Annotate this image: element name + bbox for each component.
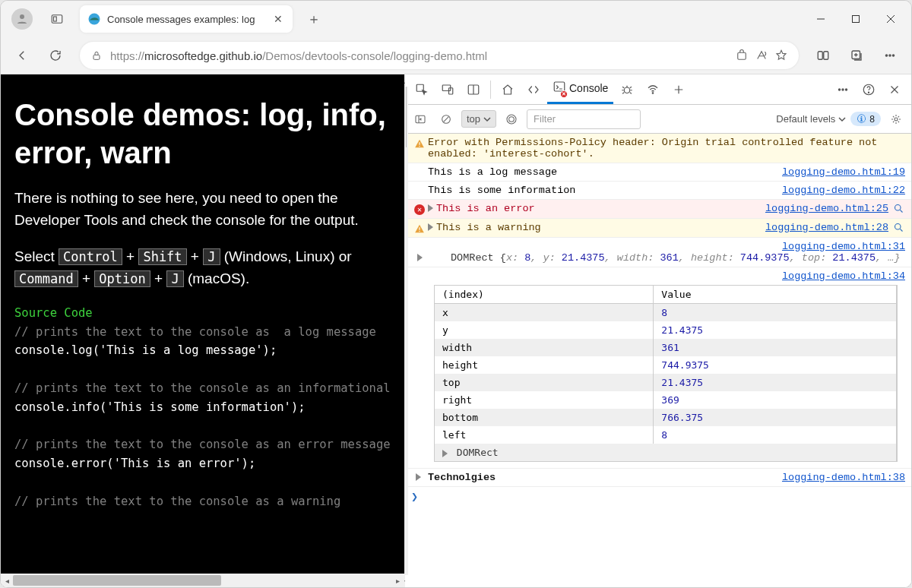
dock-side-icon[interactable] (461, 75, 486, 104)
console-msg-info: This is some information logging-demo.ht… (405, 182, 911, 200)
tab-elements[interactable] (521, 75, 546, 104)
titlebar: Console messages examples: log ✕ ＋ (1, 1, 911, 37)
svg-line-47 (900, 229, 902, 231)
svg-rect-40 (419, 142, 420, 145)
back-button[interactable] (7, 40, 37, 71)
window-close[interactable] (873, 1, 908, 37)
console-msg-table: logging-demo.html:34 (index)Value x8y21.… (405, 267, 911, 469)
split-screen-icon[interactable] (808, 40, 838, 71)
source-link[interactable]: logging-demo.html:31 (782, 241, 905, 252)
console-msg-group: Technolgies logging-demo.html:38 (405, 469, 911, 487)
page-v-scrollbar[interactable]: ▴▾ (404, 74, 408, 587)
log-levels-selector[interactable]: Default levels (776, 113, 846, 125)
expand-icon[interactable] (417, 254, 423, 261)
svg-point-27 (842, 88, 844, 90)
console-prompt[interactable]: ❯ (405, 487, 911, 507)
expand-icon[interactable] (428, 223, 433, 231)
kbd-command: Command (14, 270, 78, 287)
svg-line-43 (900, 210, 902, 212)
devtools-tabs: ✕ Console (405, 74, 911, 105)
svg-line-36 (444, 116, 449, 122)
live-expression-icon[interactable] (501, 109, 522, 130)
page-body: Console demos: log, info, error, warn Th… (1, 74, 404, 574)
expand-icon[interactable] (428, 204, 433, 212)
source-link[interactable]: logging-demo.html:25 (765, 203, 888, 214)
console-msg-log: This is a log message logging-demo.html:… (405, 163, 911, 182)
console-settings-icon[interactable] (885, 109, 907, 130)
lock-icon (90, 49, 103, 62)
profile-avatar[interactable] (11, 8, 33, 30)
svg-point-38 (507, 115, 516, 124)
devtools-more-icon[interactable] (831, 75, 855, 104)
address-bar[interactable]: https://microsoftedge.github.io/Demos/de… (80, 42, 799, 69)
page-heading: Console demos: log, info, error, warn (14, 96, 391, 172)
toggle-sidebar-icon[interactable] (410, 109, 431, 130)
expand-icon[interactable] (442, 450, 448, 457)
new-tab-button[interactable]: ＋ (302, 7, 326, 31)
table-row: right369 (435, 391, 897, 409)
tab-more-plus-icon[interactable] (667, 75, 691, 104)
tab-welcome[interactable] (496, 75, 520, 104)
table-row: top21.4375 (435, 374, 897, 391)
warning-icon (414, 223, 425, 234)
source-link[interactable]: logging-demo.html:19 (782, 166, 905, 178)
error-icon: ✕ (414, 204, 425, 215)
svg-point-13 (885, 55, 887, 56)
favorite-icon[interactable] (774, 49, 788, 62)
browser-toolbar: https://microsoftedge.github.io/Demos/de… (1, 37, 911, 74)
context-selector[interactable]: top (461, 110, 496, 128)
console-msg-warning: This is a warning logging-demo.html:28 (405, 219, 911, 238)
devtools-help-icon[interactable] (857, 75, 881, 104)
devtools-close-icon[interactable] (882, 75, 907, 104)
read-aloud-icon[interactable] (755, 49, 768, 62)
console-msg-domrect: logging-demo.html:31 DOMRect {x: 8, y: 2… (405, 238, 911, 267)
devtools-panel: ✕ Console top Filter Default levels (405, 74, 911, 587)
tab-sources-bug-icon[interactable] (615, 75, 639, 104)
source-link[interactable]: logging-demo.html:34 (782, 270, 905, 282)
tab-network-icon[interactable] (641, 75, 665, 104)
console-filter-input[interactable]: Filter (527, 109, 641, 129)
shopping-icon[interactable] (735, 49, 749, 62)
expand-icon[interactable] (416, 473, 421, 481)
kbd-shift: Shift (138, 248, 186, 265)
table-row: height744.9375 (435, 356, 897, 374)
device-toggle-icon[interactable] (435, 75, 460, 104)
svg-rect-2 (54, 17, 57, 21)
console-table: (index)Value x8y21.4375width361height744… (435, 286, 897, 461)
svg-point-42 (895, 205, 901, 211)
window-minimize[interactable] (803, 1, 838, 37)
source-code-block: Source Code // prints the text to the co… (14, 304, 391, 511)
search-icon[interactable] (893, 222, 905, 234)
table-row: width361 (435, 339, 897, 356)
source-link[interactable]: logging-demo.html:28 (765, 222, 888, 233)
collections-icon[interactable] (841, 40, 872, 71)
tab-actions-icon[interactable] (45, 7, 69, 31)
more-menu-icon[interactable] (875, 40, 905, 71)
svg-rect-41 (419, 146, 420, 147)
tab-console[interactable]: ✕ Console (547, 75, 613, 104)
issues-badge[interactable]: 🛈8 (850, 112, 881, 126)
edge-favicon (87, 12, 101, 26)
table-row: y21.4375 (435, 321, 897, 339)
table-row: x8 (435, 304, 897, 322)
svg-rect-10 (818, 52, 822, 60)
svg-rect-8 (93, 55, 100, 59)
tab-title: Console messages examples: log (107, 14, 271, 25)
console-icon: ✕ (553, 80, 566, 96)
table-row: left8 (435, 426, 897, 444)
table-row: bottom766.375 (435, 409, 897, 426)
browser-tab[interactable]: Console messages examples: log ✕ (80, 5, 293, 33)
window-maximize[interactable] (838, 1, 873, 37)
source-link[interactable]: logging-demo.html:22 (782, 185, 905, 196)
clear-console-icon[interactable] (435, 109, 457, 130)
source-link[interactable]: logging-demo.html:38 (782, 472, 905, 483)
svg-point-23 (653, 92, 654, 93)
inspect-element-icon[interactable] (410, 75, 434, 104)
search-icon[interactable] (893, 203, 905, 215)
tab-close-icon[interactable]: ✕ (271, 12, 285, 26)
page-h-scrollbar[interactable]: ◂▸ (1, 574, 404, 587)
console-output: Error with Permissions-Policy header: Or… (405, 134, 911, 587)
svg-point-22 (625, 87, 631, 93)
url-text: https://microsoftedge.github.io/Demos/de… (110, 49, 729, 62)
refresh-button[interactable] (40, 40, 71, 71)
